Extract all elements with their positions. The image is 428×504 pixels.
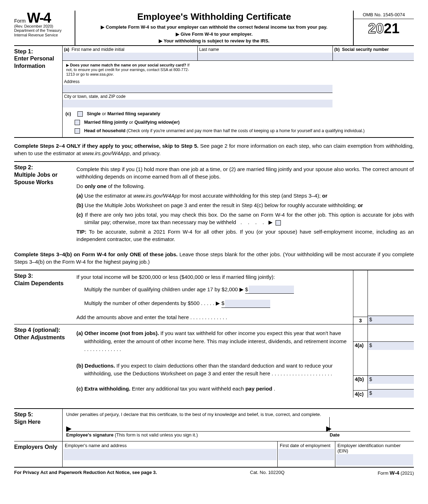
employers-only-label: Employers Only [14,441,63,467]
step1-num: Step 1: [14,48,59,55]
ein-label: Employer identification number (EIN) [337,443,412,453]
step3-p4: Add the amounts above and enter the tota… [76,313,349,322]
step1-sub: Enter Personal Information [14,55,59,70]
step5-sub: Sign Here [14,418,59,426]
date-label: Date [330,432,340,438]
step4b: (b) Deductions. If you expect to claim d… [76,362,349,378]
step4-num: Step 4 (optional): [14,327,74,334]
form-code: W-4 [27,10,51,25]
year-suffix: 21 [384,20,400,36]
step3-amtcol: $ [368,270,414,324]
first-date-cell: First date of employment [278,441,335,467]
line4a-amount[interactable]: $ [368,341,414,350]
arrow-icon: ▶ [66,424,71,432]
step2-label: Step 2: Multiple Jobs or Spouse Works [14,162,76,246]
subtitle-2: ▶ Give Form W-4 to your employer. [79,31,349,38]
signature-field[interactable]: ▶ [66,417,329,431]
step2-opt-b: (b) Use the Multiple Jobs Worksheet on p… [76,201,414,209]
opt-hoh-note: (Check only if you're unmarried and pay … [126,128,365,133]
step4-block: Step 4 (optional): Other Adjustments (a)… [14,324,414,398]
header-right: OMB No. 1545-0074 2021 [353,11,414,45]
line3-amount[interactable]: $ [368,316,414,324]
instr-steps24: Complete Steps 2–4 ONLY if they apply to… [14,142,414,157]
filing-row-hoh: Head of household (Check only if you're … [64,127,412,135]
footer-right: Form W-4 (2021) [378,470,414,476]
cell-ssn: (b) Social security number [332,46,414,61]
step5-block: Step 5: Sign Here Under penalties of per… [14,408,414,468]
first-name-input[interactable] [63,53,197,60]
step4-label: Step 4 (optional): Other Adjustments [14,324,76,398]
last-name-label: Last name [199,47,219,52]
signature-line: ▶ ▶ [66,417,410,432]
checkbox-mfj[interactable] [75,120,80,125]
city-label: City or town, state, and ZIP code [64,94,126,99]
cell-first-name: (a) First name and middle initial [62,46,197,61]
input-other-dependents[interactable] [225,300,270,308]
dollar-sign-2: $ [221,299,225,308]
checkbox-single[interactable] [77,111,83,117]
form-title: Employee's Withholding Certificate [79,11,349,22]
opt-or1: or [101,111,108,116]
step3-sub: Claim Dependents [14,280,74,287]
footer-mid: Cat. No. 10220Q [250,470,285,476]
step2-body: Complete this step if you (1) hold more … [76,162,414,246]
employer-name-label: Employer's name and address [65,443,275,448]
step2-opt-c: (c) If there are only two jobs total, yo… [76,211,414,226]
opt-qw: Qualifying widow(er) [134,119,180,125]
line4c-amount[interactable]: $ [368,389,414,398]
sig-label: (This form is not valid unless you sign … [114,432,198,438]
step2-row: Step 2: Multiple Jobs or Spouse Works Co… [14,161,414,246]
instr-steps34: Complete Steps 3–4(b) on Form W-4 for on… [14,251,414,265]
year-prefix: 20 [368,20,384,36]
first-date-input[interactable] [278,449,334,460]
step3-label: Step 3: Claim Dependents [14,270,76,324]
dept-line1: Department of the Treasury [14,28,73,33]
checkbox-two-jobs[interactable] [276,220,281,225]
step4c: (c) Extra withholding. Enter any additio… [76,385,349,393]
form-w4: Form W-4 (Rev. December 2020) Department… [14,11,414,476]
step2-tip: TIP: To be accurate, submit a 2021 Form … [76,228,414,243]
step4-mid: (a) Other income (not from jobs). If you… [76,324,353,398]
tax-year: 2021 [354,19,414,36]
ein-cell: Employer identification number (EIN) [335,441,414,467]
step5-label: Step 5: Sign Here [14,409,62,441]
input-qualifying-children[interactable] [249,286,294,294]
step3-p1: If your total income will be $200,000 or… [76,273,349,281]
address-input[interactable] [63,85,332,93]
step3-p2: Multiply the number of qualifying childr… [84,286,244,292]
form-word: Form [14,18,26,24]
step1-body: (a) First name and middle initial Last n… [62,46,414,137]
ssn-input[interactable] [333,53,414,60]
step3-num: Step 3: [14,272,74,280]
omb-number: OMB No. 1545-0074 [354,11,414,19]
form-header: Form W-4 (Rev. December 2020) Department… [14,11,414,46]
header-mid: Employee's Withholding Certificate ▶ Com… [75,11,353,45]
label-b: (b) [334,47,340,52]
filing-row-mfj: Married filing jointly or Qualifying wid… [64,118,412,127]
opt-hoh: Head of household [84,128,126,133]
line4a-num: 4(a) [353,341,368,349]
signature-labels: Employee's signature (This form is not v… [66,432,410,438]
sig-label-bold: Employee's signature [66,432,114,438]
cell-ssn-note: ▶ Does your name match the name on your … [62,61,197,78]
revision: (Rev. December 2020) [14,24,73,28]
city-input[interactable] [63,100,332,107]
ein-input[interactable] [336,454,413,465]
last-name-input[interactable] [198,53,332,60]
arrow-icon: ▶ [326,424,331,432]
checkbox-hoh[interactable] [75,128,80,134]
opt-mfs: Married filing separately [107,111,160,116]
employer-name-cell: Employer's name and address [63,441,278,467]
cell-last-name: Last name [197,46,332,61]
date-field[interactable]: ▶ [329,417,410,431]
opt-single: Single [87,111,101,116]
employer-name-input[interactable] [63,449,277,460]
step2-p2: Do only one of the following. [76,182,414,190]
ssn-note-text: ▶ Does your name match the name on your … [64,61,196,78]
line4b-amount[interactable]: $ [368,375,414,384]
step1-label: Step 1: Enter Personal Information [14,46,62,137]
step5-row: Step 5: Sign Here Under penalties of per… [14,409,414,441]
step2-num: Step 2: [14,164,74,171]
first-date-label: First date of employment [280,443,333,448]
cell-address: Address [62,78,332,93]
